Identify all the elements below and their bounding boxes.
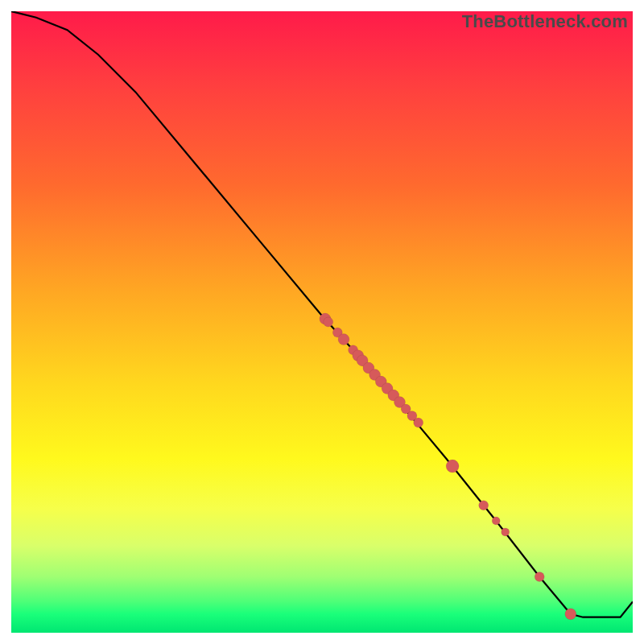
- chart-container: TheBottleneck.com: [0, 0, 644, 644]
- data-point: [446, 460, 459, 473]
- data-points-group: [320, 313, 576, 620]
- data-point: [565, 609, 576, 620]
- plot-area: TheBottleneck.com: [11, 11, 633, 633]
- data-point: [479, 501, 489, 510]
- data-point: [492, 517, 500, 525]
- data-point: [535, 572, 544, 582]
- data-point: [338, 334, 349, 345]
- data-point: [324, 317, 333, 327]
- data-point: [502, 528, 510, 536]
- data-point: [414, 418, 423, 427]
- chart-overlay-svg: [11, 11, 633, 633]
